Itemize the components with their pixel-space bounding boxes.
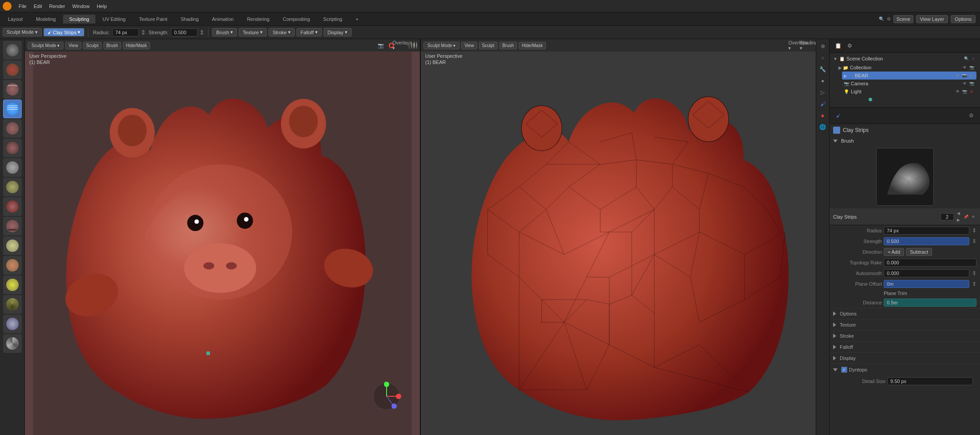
stroke-header[interactable]: Stroke — [833, 332, 976, 340]
vp2-shading-label[interactable]: Shading ▾ — [804, 41, 813, 50]
ri-transform[interactable]: ⊕ — [818, 41, 828, 52]
radius-adjust[interactable]: ⇕ — [141, 29, 146, 36]
panel-props-icon[interactable]: ⚙ — [966, 110, 976, 121]
vp1-mode-btn[interactable]: Sculpt Mode ▾ — [28, 42, 63, 49]
sc-sort-icon[interactable]: ↕ — [970, 56, 976, 62]
plane-offset-stepper[interactable]: ⇕ — [972, 281, 976, 287]
ri-brush[interactable]: 🖌 — [818, 99, 828, 109]
direction-add-btn[interactable]: + Add — [884, 248, 904, 256]
options-button[interactable]: Options — [951, 15, 976, 23]
tool-btn-13[interactable] — [3, 275, 22, 294]
tool-btn-clay-strips[interactable] — [3, 100, 22, 118]
vp1-cam-icon[interactable]: 📷 — [376, 41, 385, 50]
vp1-shading-icons[interactable] — [408, 41, 417, 50]
viewport-right[interactable]: Sculpt Mode ▾ View Sculpt Brush Hide/Mas… — [420, 39, 816, 435]
blender-logo[interactable] — [3, 2, 12, 11]
tab-rendering[interactable]: Rendering — [241, 15, 276, 24]
bear-eye-icon[interactable]: 👁 — [954, 72, 960, 79]
detail-size-value[interactable]: 9.50 px — [887, 377, 973, 385]
ri-data[interactable]: ▷ — [818, 87, 828, 98]
radius-prop-value[interactable]: 74 px — [884, 227, 969, 235]
viewport-left[interactable]: Sculpt Mode ▾ View Sculpt Brush Hide/Mas… — [25, 39, 420, 435]
brush-section-header[interactable]: Brush — [830, 136, 980, 145]
strength-adjust[interactable]: ⇕ — [199, 29, 205, 36]
col-eye-icon[interactable]: 👁 — [961, 64, 968, 71]
tool-btn-12[interactable] — [3, 256, 22, 275]
tab-uv-editing[interactable]: UV Editing — [96, 15, 132, 24]
tool-btn-10[interactable] — [3, 217, 22, 235]
display-header[interactable]: Display — [833, 354, 976, 362]
ri-object[interactable]: ○ — [818, 52, 828, 63]
radius-stepper[interactable]: ⇕ — [972, 227, 976, 234]
texture-header[interactable]: Texture — [833, 321, 976, 329]
cs-pin-icon[interactable]: 📌 — [963, 214, 969, 220]
tool-btn-8[interactable] — [3, 178, 22, 196]
sc-filter-icon[interactable]: 🔍 — [963, 56, 969, 62]
cs-close-icon[interactable]: ✕ — [970, 214, 976, 220]
vp1-canvas[interactable]: X Y Z — [25, 52, 420, 435]
brush-panel-icon[interactable]: 🖌 — [833, 110, 844, 121]
distance-value[interactable]: 0.5m — [884, 299, 976, 307]
collection-item-camera[interactable]: 📷 Camera 👁 📷 — [842, 80, 976, 88]
tab-animation[interactable]: Animation — [206, 15, 240, 24]
vp1-brush-btn[interactable]: Brush — [103, 42, 121, 49]
menu-edit[interactable]: Edit — [30, 3, 46, 10]
tool-btn-16[interactable] — [3, 334, 22, 353]
menu-help[interactable]: Help — [93, 3, 111, 10]
cam-render-icon[interactable]: 📷 — [968, 80, 975, 87]
bear-render-icon[interactable]: 📷 — [961, 72, 968, 79]
col-render-icon[interactable]: 📷 — [968, 64, 975, 71]
panel-btn-outliner[interactable]: 📋 — [833, 41, 843, 51]
tool-btn-2[interactable] — [3, 60, 22, 79]
tool-btn-6[interactable] — [3, 139, 22, 157]
tool-btn-7[interactable] — [3, 158, 22, 177]
tab-modeling[interactable]: Modeling — [30, 15, 62, 24]
collection-item-light[interactable]: 💡 Light 👁 📷 ⚠ — [842, 88, 976, 96]
autosmooth-stepper[interactable]: ⇕ — [972, 270, 976, 276]
tab-layout[interactable]: Layout — [2, 15, 29, 24]
ri-world[interactable]: 🌐 — [818, 122, 828, 132]
clay-strips-number[interactable] — [940, 213, 954, 220]
tool-btn-1[interactable] — [3, 41, 22, 60]
topo-rake-value[interactable]: 0.000 — [884, 259, 976, 267]
menu-window[interactable]: Window — [69, 3, 93, 10]
falloff-header[interactable]: Falloff — [833, 343, 976, 351]
cs-next-icon[interactable]: ▶ — [955, 217, 961, 223]
sculpt-mode-btn[interactable]: Sculpt Mode ▾ — [3, 28, 42, 36]
collection-item-bear[interactable]: ▶ ⬡ BEAR 👁 📷 ⊙ — [842, 72, 976, 80]
vp2-view-btn[interactable]: View — [461, 42, 477, 49]
vp2-sculpt-btn[interactable]: Sculpt — [479, 42, 498, 49]
ri-modifier[interactable]: 🔧 — [818, 64, 828, 75]
tool-btn-3[interactable] — [3, 80, 22, 99]
stroke-btn[interactable]: Stroke ▾ — [269, 28, 295, 36]
plane-offset-value[interactable]: 0m — [884, 280, 969, 288]
cam-eye-icon[interactable]: 👁 — [961, 80, 968, 87]
tool-btn-9[interactable] — [3, 197, 22, 216]
vp1-view-btn[interactable]: View — [65, 42, 81, 49]
tab-add[interactable]: + — [349, 15, 364, 24]
vp2-mode-btn[interactable]: Sculpt Mode ▾ — [423, 42, 459, 49]
strength-stepper[interactable]: ⇕ — [972, 238, 976, 244]
brush-selector[interactable]: 🖌 Clay Strips ▾ — [43, 28, 84, 36]
tab-texture-paint[interactable]: Texture Paint — [133, 15, 174, 24]
tab-scripting[interactable]: Scripting — [317, 15, 348, 24]
ri-scene[interactable]: 🔺 — [818, 110, 828, 121]
options-header[interactable]: Options — [833, 310, 976, 318]
tab-compositing[interactable]: Compositing — [277, 15, 316, 24]
menu-render[interactable]: Render — [46, 3, 69, 10]
vp1-overlays-btn[interactable]: Overlays ▾ — [398, 41, 407, 50]
texture-btn[interactable]: Texture ▾ — [239, 28, 267, 36]
menu-file[interactable]: File — [15, 3, 30, 10]
direction-subtract-btn[interactable]: Subtract — [906, 248, 932, 256]
brush-btn[interactable]: Brush ▾ — [212, 28, 237, 36]
view-layer-selector[interactable]: View Layer — [916, 15, 948, 23]
scene-selector[interactable]: Scene — [893, 15, 913, 23]
dyntopo-checkbox[interactable]: ✓ — [841, 367, 847, 373]
tool-btn-15[interactable] — [3, 315, 22, 333]
bear-viewport-icon[interactable]: ⊙ — [968, 72, 975, 79]
vp1-hidemask-btn[interactable]: Hide/Mask — [123, 42, 150, 49]
light-error-icon[interactable]: ⚠ — [968, 88, 975, 95]
panel-btn-properties[interactable]: ⚙ — [845, 41, 854, 51]
tool-btn-14[interactable] — [3, 295, 22, 314]
vp2-canvas[interactable] — [421, 52, 816, 435]
